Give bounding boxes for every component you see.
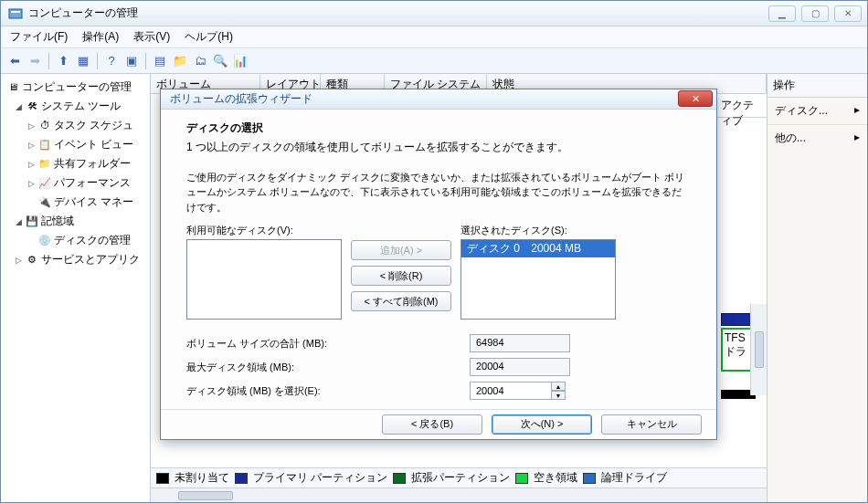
tree-label: パフォーマンス <box>54 175 131 191</box>
actions-label: ディスク... <box>775 103 828 119</box>
actions-more[interactable]: 他の...▸ <box>767 124 867 152</box>
nav-tree: 🖥コンピューターの管理 ◢🛠システム ツール ▷⏱タスク スケジュ ▷📋イベント… <box>1 74 151 502</box>
tree-shared[interactable]: ▷📁共有フォルダー <box>3 154 148 173</box>
spinner-buttons: ▲ ▼ <box>551 382 566 400</box>
tree-label: ディスクの管理 <box>54 233 131 248</box>
col-extra-peek: アクティブ <box>717 94 767 118</box>
properties-icon[interactable]: ▦ <box>75 53 91 69</box>
tree-device[interactable]: 🔌デバイス マネー <box>3 193 148 212</box>
legend-swatch-free <box>515 473 528 484</box>
spin-down-button[interactable]: ▼ <box>551 391 566 400</box>
legend-swatch-unalloc <box>156 473 169 484</box>
legend-label: 未割り当て <box>175 470 229 486</box>
tree-label: タスク スケジュ <box>54 118 133 133</box>
tree-storage[interactable]: ◢💾記憶域 <box>3 212 148 231</box>
nav-forward-icon[interactable]: ➡ <box>26 53 43 69</box>
tool-icon[interactable]: ▤ <box>152 53 168 69</box>
tree-diskmgmt[interactable]: 💿ディスクの管理 <box>3 231 148 250</box>
chevron-right-icon: ▸ <box>854 131 860 146</box>
up-icon[interactable]: ⬆ <box>55 53 71 69</box>
legend-label: 拡張パーティション <box>411 470 510 486</box>
separator <box>48 53 49 69</box>
tool-icon[interactable]: 🗂 <box>192 53 208 69</box>
close-button[interactable]: ✕ <box>834 5 862 22</box>
actions-label: 他の... <box>775 131 806 146</box>
back-button[interactable]: < 戻る(B) <box>382 414 482 435</box>
legend: 未割り当て プライマリ パーティション 拡張パーティション 空き領域 論理ドライ… <box>151 467 767 487</box>
available-disks-listbox[interactable] <box>186 239 342 320</box>
help-icon[interactable]: ? <box>103 53 120 69</box>
size-fields: ボリューム サイズの合計 (MB): 64984 最大ディスク領域 (MB): … <box>186 334 691 400</box>
dialog-description: 1 つ以上のディスクの領域を使用してボリュームを拡張することができます。 <box>186 140 691 155</box>
max-size-value: 20004 <box>470 358 570 376</box>
legend-label: 論理ドライブ <box>601 470 667 486</box>
horizontal-scrollbar[interactable] <box>151 487 767 502</box>
total-size-value: 64984 <box>470 334 570 352</box>
maximize-button[interactable]: ▢ <box>801 5 829 22</box>
dialog-note: ご使用のディスクをダイナミック ディスクに変換できないか、または拡張されているボ… <box>186 170 691 215</box>
tree-task[interactable]: ▷⏱タスク スケジュ <box>3 116 148 135</box>
tree-label: デバイス マネー <box>54 194 133 210</box>
nav-back-icon[interactable]: ⬅ <box>6 53 23 69</box>
select-size-input[interactable] <box>470 382 552 400</box>
disk-transfer-lists: 利用可能なディスク(V): 追加(A) > < 削除(R) < すべて削除(M)… <box>186 224 691 320</box>
menu-action[interactable]: 操作(A) <box>82 29 119 45</box>
chevron-right-icon: ▸ <box>854 103 860 119</box>
legend-swatch-extended <box>393 473 406 484</box>
dialog-close-button[interactable]: ✕ <box>678 90 713 107</box>
total-size-label: ボリューム サイズの合計 (MB): <box>186 337 470 351</box>
toolbar: ⬅ ➡ ⬆ ▦ ? ▣ ▤ 📁 🗂 🔍 📊 <box>1 48 867 74</box>
menu-file[interactable]: ファイル(F) <box>10 29 68 45</box>
tree-root[interactable]: 🖥コンピューターの管理 <box>3 78 148 97</box>
cancel-button[interactable]: キャンセル <box>601 414 702 435</box>
spin-up-button[interactable]: ▲ <box>551 382 566 391</box>
dialog-title: ボリュームの拡張ウィザード <box>170 91 678 107</box>
tree-label: 記憶域 <box>41 214 74 229</box>
dialog-body: ディスクの選択 1 つ以上のディスクの領域を使用してボリュームを拡張することがで… <box>161 110 716 410</box>
next-button[interactable]: 次へ(N) > <box>492 414 592 435</box>
max-size-row: 最大ディスク領域 (MB): 20004 <box>186 358 691 376</box>
tree-label: サービスとアプリク <box>41 252 140 267</box>
add-button[interactable]: 追加(A) > <box>351 240 451 260</box>
tree-label: システム ツール <box>41 99 121 114</box>
refresh-icon[interactable]: ▣ <box>123 53 140 69</box>
minimize-button[interactable]: ▁ <box>768 5 796 22</box>
remove-button[interactable]: < 削除(R) <box>351 266 451 286</box>
selected-disk-row[interactable]: ディスク 0 20004 MB <box>461 240 615 257</box>
tool-icon[interactable]: 🔍 <box>212 53 228 69</box>
tree-services[interactable]: ▷⚙サービスとアプリク <box>3 250 148 269</box>
disk-size: 20004 MB <box>531 242 581 255</box>
menu-help[interactable]: ヘルプ(H) <box>185 29 233 45</box>
peek-dra: ドラ <box>725 344 752 360</box>
legend-swatch-primary <box>235 473 248 484</box>
separator <box>145 53 146 69</box>
available-disks-label: 利用可能なディスク(V): <box>186 224 342 237</box>
legend-label: 空き領域 <box>534 470 577 486</box>
menu-view[interactable]: 表示(V) <box>133 29 170 45</box>
tool-icon[interactable]: 📁 <box>172 53 188 69</box>
tree-label: 共有フォルダー <box>54 156 131 172</box>
tree-systools[interactable]: ◢🛠システム ツール <box>3 97 148 116</box>
dialog-subtitle: ディスクの選択 <box>186 121 691 136</box>
svg-rect-1 <box>11 11 20 13</box>
tree-event[interactable]: ▷📋イベント ビュー <box>3 135 148 154</box>
separator <box>97 53 98 69</box>
dialog-footer: < 戻る(B) 次へ(N) > キャンセル <box>161 409 716 439</box>
max-size-label: 最大ディスク領域 (MB): <box>186 361 470 374</box>
selected-disks-label: 選択されたディスク(S): <box>460 224 616 237</box>
vertical-scrollbar[interactable] <box>750 304 767 395</box>
legend-label: プライマリ パーティション <box>253 470 387 486</box>
extend-volume-wizard-dialog: ボリュームの拡張ウィザード ✕ ディスクの選択 1 つ以上のディスクの領域を使用… <box>160 89 717 440</box>
actions-disk[interactable]: ディスク...▸ <box>767 98 867 124</box>
select-size-row: ディスク領域 (MB) を選択(E): ▲ ▼ <box>186 382 691 400</box>
selected-disks-listbox[interactable]: ディスク 0 20004 MB <box>460 239 616 320</box>
legend-swatch-logical <box>583 473 596 484</box>
total-size-row: ボリューム サイズの合計 (MB): 64984 <box>186 334 691 352</box>
remove-all-button[interactable]: < すべて削除(M) <box>351 291 451 311</box>
tool-icon[interactable]: 📊 <box>232 53 249 69</box>
window-title: コンピューターの管理 <box>28 5 768 21</box>
tree-label: イベント ビュー <box>54 137 133 152</box>
tree-perf[interactable]: ▷📈パフォーマンス <box>3 173 148 193</box>
actions-pane: 操作 ディスク...▸ 他の...▸ <box>767 74 867 502</box>
menubar: ファイル(F) 操作(A) 表示(V) ヘルプ(H) <box>1 26 867 48</box>
